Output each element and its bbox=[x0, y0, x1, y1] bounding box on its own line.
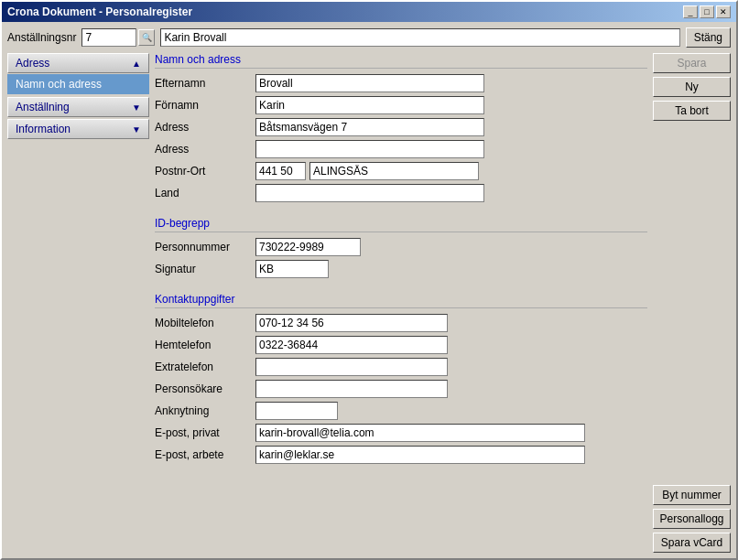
adress2-row: Adress bbox=[155, 140, 647, 158]
epost-privat-input[interactable] bbox=[255, 424, 585, 442]
personsokare-label: Personsökare bbox=[155, 382, 255, 395]
spara-button[interactable]: Spara bbox=[653, 53, 731, 73]
search-button[interactable]: 🔍 bbox=[138, 29, 155, 46]
epost-arbete-row: E-post, arbete bbox=[155, 446, 647, 464]
window-title: Crona Dokument - Personalregister bbox=[7, 5, 192, 18]
information-arrow-icon: ▼ bbox=[132, 124, 141, 135]
ta-bort-button[interactable]: Ta bort bbox=[653, 101, 731, 121]
information-section: Information ▼ bbox=[7, 119, 149, 139]
content-panel: Namn och adress Efternamn Förnamn Adress bbox=[155, 53, 647, 553]
kontaktuppgifter-title: Kontaktuppgifter bbox=[155, 293, 647, 308]
adress1-row: Adress bbox=[155, 118, 647, 136]
epost-privat-label: E-post, privat bbox=[155, 426, 255, 439]
id-begrepp-title: ID-begrepp bbox=[155, 217, 647, 232]
fornamn-row: Förnamn bbox=[155, 96, 647, 114]
hemtelefon-label: Hemtelefon bbox=[155, 339, 255, 351]
hemtelefon-input[interactable] bbox=[255, 336, 448, 354]
anstallningsnr-field-wrapper: 🔍 bbox=[81, 28, 155, 47]
adress2-label: Adress bbox=[155, 143, 255, 156]
sidebar: Adress ▲ Namn och adress Anställning ▼ bbox=[7, 53, 149, 553]
epost-privat-row: E-post, privat bbox=[155, 424, 647, 442]
adress1-input[interactable] bbox=[255, 118, 484, 136]
signatur-label: Signatur bbox=[155, 263, 255, 275]
signatur-input[interactable] bbox=[255, 260, 329, 278]
epost-arbete-label: E-post, arbete bbox=[155, 448, 255, 461]
personsokare-input[interactable] bbox=[255, 380, 448, 398]
personnummer-label: Personnummer bbox=[155, 241, 255, 253]
anknytning-row: Anknytning bbox=[155, 402, 647, 420]
ny-button[interactable]: Ny bbox=[653, 77, 731, 97]
anknytning-input[interactable] bbox=[255, 402, 338, 420]
postnr-ort-label: Postnr-Ort bbox=[155, 165, 255, 178]
hemtelefon-row: Hemtelefon bbox=[155, 336, 647, 354]
byt-nummer-button[interactable]: Byt nummer bbox=[653, 485, 731, 505]
extratelefon-input[interactable] bbox=[255, 358, 448, 376]
adress-header-label: Adress bbox=[16, 57, 49, 70]
employee-name-display: Karin Brovall bbox=[160, 28, 679, 47]
postnr-ort-row: Postnr-Ort bbox=[155, 162, 647, 180]
title-bar: Crona Dokument - Personalregister _ □ ✕ bbox=[2, 2, 736, 22]
anstallningsnr-input[interactable] bbox=[81, 28, 136, 47]
ort-input[interactable] bbox=[309, 162, 479, 180]
adress-header[interactable]: Adress ▲ bbox=[7, 53, 149, 73]
maximize-button[interactable]: □ bbox=[700, 5, 714, 18]
postnr-ort-inputs bbox=[255, 162, 479, 180]
land-label: Land bbox=[155, 187, 255, 199]
postnr-input[interactable] bbox=[255, 162, 306, 180]
personallogg-button[interactable]: Personallogg bbox=[653, 509, 731, 529]
anstallning-header-label: Anställning bbox=[16, 101, 70, 113]
land-row: Land bbox=[155, 184, 647, 202]
fornamn-input[interactable] bbox=[255, 96, 484, 114]
extratelefon-row: Extratelefon bbox=[155, 358, 647, 376]
stang-button[interactable]: Stäng bbox=[686, 27, 731, 48]
id-begrepp-block: ID-begrepp Personnummer Signatur bbox=[155, 217, 647, 282]
personnummer-row: Personnummer bbox=[155, 238, 647, 256]
close-button[interactable]: ✕ bbox=[716, 5, 731, 18]
information-header-label: Information bbox=[16, 123, 71, 135]
main-area: Adress ▲ Namn och adress Anställning ▼ bbox=[7, 53, 731, 553]
mobiltelefon-label: Mobiltelefon bbox=[155, 317, 255, 329]
namn-och-adress-label: Namn och adress bbox=[16, 78, 102, 91]
title-bar-buttons: _ □ ✕ bbox=[683, 5, 731, 18]
sidebar-item-namn-och-adress[interactable]: Namn och adress bbox=[7, 74, 149, 94]
top-bar: Anställningsnr 🔍 Karin Brovall Stäng bbox=[7, 27, 731, 48]
efternamn-label: Efternamn bbox=[155, 77, 255, 90]
information-header[interactable]: Information ▼ bbox=[7, 119, 149, 139]
extratelefon-label: Extratelefon bbox=[155, 361, 255, 373]
efternamn-input[interactable] bbox=[255, 74, 484, 92]
anstallning-header[interactable]: Anställning ▼ bbox=[7, 97, 149, 117]
minimize-button[interactable]: _ bbox=[683, 5, 698, 18]
personsokare-row: Personsökare bbox=[155, 380, 647, 398]
adress-arrow-icon: ▲ bbox=[132, 59, 141, 69]
adress1-label: Adress bbox=[155, 121, 255, 134]
anknytning-label: Anknytning bbox=[155, 404, 255, 417]
adress2-input[interactable] bbox=[255, 140, 484, 158]
main-window: Crona Dokument - Personalregister _ □ ✕ … bbox=[0, 0, 738, 560]
window-content: Anställningsnr 🔍 Karin Brovall Stäng Adr… bbox=[2, 22, 736, 558]
adress-section: Adress ▲ Namn och adress bbox=[7, 53, 149, 95]
anstallning-arrow-icon: ▼ bbox=[132, 102, 141, 113]
signatur-row: Signatur bbox=[155, 260, 647, 278]
fornamn-label: Förnamn bbox=[155, 99, 255, 112]
efternamn-row: Efternamn bbox=[155, 74, 647, 92]
anstallning-section: Anställning ▼ bbox=[7, 97, 149, 117]
epost-arbete-input[interactable] bbox=[255, 446, 585, 464]
mobiltelefon-row: Mobiltelefon bbox=[155, 314, 647, 332]
anstallningsnr-label: Anställningsnr bbox=[7, 31, 76, 44]
kontaktuppgifter-block: Kontaktuppgifter Mobiltelefon Hemtelefon… bbox=[155, 293, 647, 468]
personnummer-input[interactable] bbox=[255, 238, 361, 256]
namn-och-adress-block: Namn och adress Efternamn Förnamn Adress bbox=[155, 53, 647, 206]
right-buttons: Spara Ny Ta bort Byt nummer Personallogg… bbox=[653, 53, 731, 553]
mobiltelefon-input[interactable] bbox=[255, 314, 448, 332]
namn-och-adress-title: Namn och adress bbox=[155, 53, 647, 69]
spara-vcard-button[interactable]: Spara vCard bbox=[653, 533, 731, 553]
land-input[interactable] bbox=[255, 184, 484, 202]
